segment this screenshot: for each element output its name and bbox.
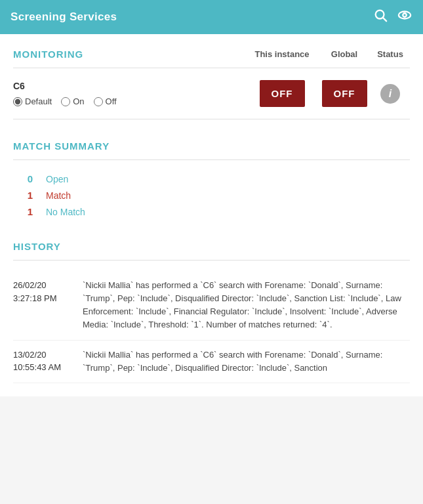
- history-row-1: 26/02/20 3:27:18 PM `Nickii Mallia` has …: [13, 271, 410, 341]
- c6-status-wrapper: i: [371, 84, 410, 104]
- radio-default[interactable]: Default: [13, 96, 52, 106]
- app-wrapper: Screening Services MONITORING This insta…: [0, 0, 423, 396]
- monitoring-title: MONITORING: [13, 49, 246, 60]
- history-text-1: `Nickii Mallia` has performed a `C6` sea…: [83, 279, 410, 332]
- c6-global-btn-wrapper: OFF: [318, 80, 371, 107]
- c6-left: C6 Default On Off: [13, 81, 246, 106]
- match-count-nomatch: 1: [20, 206, 33, 217]
- col-global-label: Global: [318, 49, 371, 59]
- radio-on-label: On: [73, 96, 84, 106]
- history-date-1: 26/02/20 3:27:18 PM: [13, 279, 72, 332]
- radio-default-input[interactable]: [13, 97, 22, 106]
- header: Screening Services: [0, 0, 423, 34]
- eye-icon[interactable]: [397, 8, 413, 26]
- match-label-match: Match: [46, 190, 71, 201]
- history-date-1-time: 3:27:18 PM: [13, 293, 57, 303]
- this-instance-off-button[interactable]: OFF: [260, 80, 305, 107]
- history-date-1-date: 26/02/20: [13, 280, 47, 290]
- svg-point-3: [403, 13, 407, 17]
- history-date-2: 13/02/20 10:55:43 AM: [13, 348, 72, 375]
- match-count-open: 0: [20, 173, 33, 184]
- match-label-nomatch: No Match: [46, 207, 85, 217]
- match-summary-title: MATCH SUMMARY: [13, 126, 410, 159]
- match-row-nomatch: 1 No Match: [13, 203, 410, 220]
- global-off-button[interactable]: OFF: [322, 80, 367, 107]
- history-divider: [13, 260, 410, 261]
- radio-off[interactable]: Off: [94, 96, 117, 106]
- header-icons: [373, 8, 413, 26]
- col-this-instance-label: This instance: [246, 49, 318, 59]
- c6-this-instance-btn-wrapper: OFF: [246, 80, 318, 107]
- history-title: HISTORY: [13, 226, 410, 260]
- history-section: HISTORY 26/02/20 3:27:18 PM `Nickii Mall…: [13, 226, 410, 383]
- radio-off-input[interactable]: [94, 97, 103, 106]
- c6-radios: Default On Off: [13, 96, 246, 106]
- svg-line-1: [383, 18, 386, 21]
- match-summary-divider: [13, 159, 410, 160]
- c6-label: C6: [13, 81, 246, 91]
- history-row-2: 13/02/20 10:55:43 AM `Nickii Mallia` has…: [13, 341, 410, 383]
- radio-on-input[interactable]: [61, 97, 70, 106]
- radio-off-label: Off: [106, 96, 117, 106]
- match-row-open: 0 Open: [13, 171, 410, 187]
- radio-default-label: Default: [25, 96, 52, 106]
- match-summary-section: MATCH SUMMARY 0 Open 1 Match 1 No Match: [13, 126, 410, 220]
- col-status-label: Status: [371, 49, 410, 59]
- history-rows: 26/02/20 3:27:18 PM `Nickii Mallia` has …: [13, 271, 410, 383]
- app-title: Screening Services: [10, 10, 117, 24]
- search-icon[interactable]: [373, 8, 388, 26]
- info-icon[interactable]: i: [380, 84, 400, 104]
- history-date-2-date: 13/02/20: [13, 350, 47, 360]
- history-date-2-time: 10:55:43 AM: [13, 362, 61, 372]
- match-count-match: 1: [20, 190, 33, 201]
- monitoring-header: MONITORING This instance Global Status: [13, 34, 410, 68]
- match-row-match: 1 Match: [13, 187, 410, 203]
- radio-on[interactable]: On: [61, 96, 84, 106]
- c6-row: C6 Default On Off O: [13, 68, 410, 119]
- match-label-open: Open: [46, 174, 68, 184]
- history-text-2: `Nickii Mallia` has performed a `C6` sea…: [83, 348, 410, 375]
- main-content: MONITORING This instance Global Status C…: [0, 34, 423, 396]
